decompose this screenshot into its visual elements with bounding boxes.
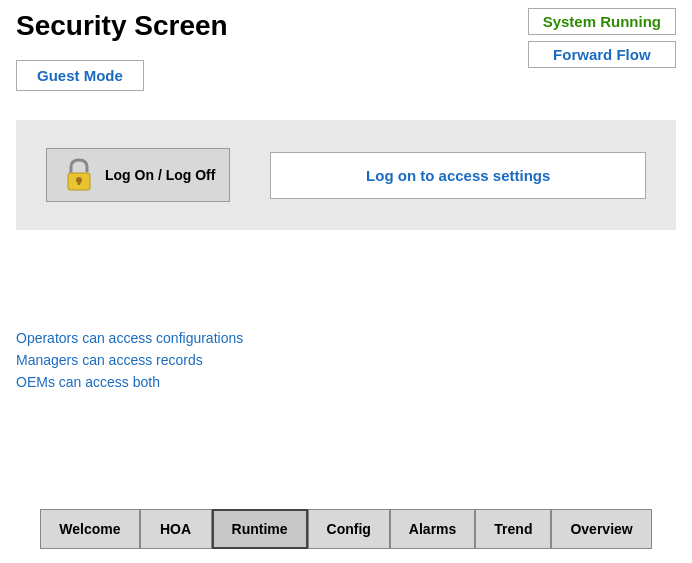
nav-button-welcome[interactable]: Welcome: [40, 509, 139, 549]
nav-button-overview[interactable]: Overview: [551, 509, 651, 549]
logon-button-label: Log On / Log Off: [105, 167, 215, 183]
info-section: Operators can access configurations Mana…: [16, 330, 243, 396]
forward-flow-badge: Forward Flow: [528, 41, 676, 68]
nav-button-trend[interactable]: Trend: [475, 509, 551, 549]
nav-button-alarms[interactable]: Alarms: [390, 509, 475, 549]
nav-button-hoa[interactable]: HOA: [140, 509, 212, 549]
nav-button-config[interactable]: Config: [308, 509, 390, 549]
svg-rect-2: [78, 180, 81, 185]
info-line-3: OEMs can access both: [16, 374, 243, 390]
status-panel: System Running Forward Flow: [528, 8, 676, 68]
system-running-badge: System Running: [528, 8, 676, 35]
guest-mode-button[interactable]: Guest Mode: [16, 60, 144, 91]
page-title: Security Screen: [16, 10, 228, 42]
info-line-2: Managers can access records: [16, 352, 243, 368]
logon-panel: Log On / Log Off Log on to access settin…: [16, 120, 676, 230]
nav-bar: WelcomeHOARuntimeConfigAlarmsTrendOvervi…: [0, 509, 692, 549]
nav-button-runtime[interactable]: Runtime: [212, 509, 308, 549]
logon-access-button[interactable]: Log on to access settings: [270, 152, 646, 199]
lock-icon: [61, 157, 97, 193]
info-line-1: Operators can access configurations: [16, 330, 243, 346]
logon-button[interactable]: Log On / Log Off: [46, 148, 230, 202]
